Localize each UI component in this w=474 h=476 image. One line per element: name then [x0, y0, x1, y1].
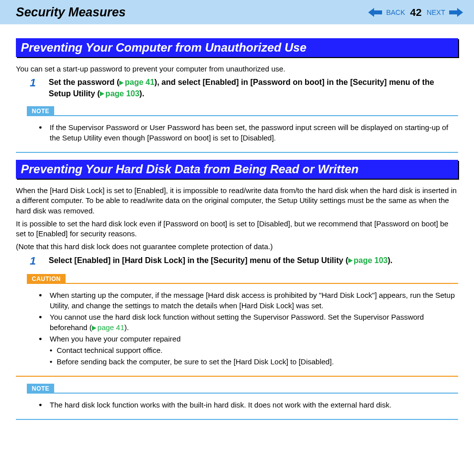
section2-intro1: When the [Hard Disk Lock] is set to [Ena…	[16, 186, 458, 216]
section1-note: NOTE If the Supervisor Password or User …	[16, 106, 458, 153]
xref-page-103[interactable]: page 103	[348, 256, 388, 265]
note-rule	[54, 393, 458, 394]
note-item: The hard disk lock function works with t…	[50, 400, 456, 410]
step-text-a: Select [Enabled] in [Hard Disk Lock] in …	[49, 256, 348, 265]
note-rule-end	[16, 152, 458, 153]
xref-page-41[interactable]: page 41	[92, 323, 124, 332]
section2-step1: 1 Select [Enabled] in [Hard Disk Lock] i…	[30, 255, 458, 267]
content-area: Preventing Your Computer from Unauthoriz…	[0, 25, 474, 440]
svg-marker-1	[449, 8, 463, 17]
section2-note: NOTE The hard disk lock function works w…	[16, 384, 458, 420]
svg-marker-0	[368, 8, 382, 17]
section2-intro2: It is possible to set the hard disk lock…	[16, 219, 458, 239]
caution-item-2: You cannot use the hard disk lock functi…	[50, 312, 456, 333]
note-label: NOTE	[27, 384, 54, 394]
note-label: NOTE	[27, 106, 54, 116]
step-body: Select [Enabled] in [Hard Disk Lock] in …	[49, 255, 458, 266]
page-title: Security Measures	[16, 5, 126, 19]
page-nav: BACK 42 NEXT	[368, 6, 463, 18]
section-heading-unauthorized-use: Preventing Your Computer from Unauthoriz…	[16, 38, 458, 57]
xref-page-41[interactable]: page 41	[119, 78, 155, 86]
section1-step1: 1 Set the password (page 41), and select…	[30, 77, 458, 99]
next-arrow-icon[interactable]	[449, 8, 463, 17]
step-number: 1	[30, 77, 39, 89]
page-number: 42	[410, 6, 421, 18]
caution-item-1: When starting up the computer, if the me…	[50, 290, 456, 311]
caution-sub-2: Before sending back the computer, be sur…	[50, 356, 456, 367]
step-text-c: ).	[140, 89, 145, 98]
top-bar: Security Measures BACK 42 NEXT	[0, 0, 474, 25]
section-heading-hard-disk: Preventing Your Hard Disk Data from Bein…	[16, 160, 458, 179]
xref-arrow-icon	[92, 326, 96, 331]
step-text-a: Set the password (	[49, 78, 119, 86]
section2-intro3: (Note that this hard disk lock does not …	[16, 242, 458, 252]
caution-item-3: When you have your computer repaired Con…	[50, 334, 456, 367]
section1-intro: You can set a start-up password to preve…	[16, 64, 458, 74]
back-link[interactable]: BACK	[386, 8, 405, 16]
next-link[interactable]: NEXT	[427, 8, 445, 16]
note-item: If the Supervisor Password or User Passw…	[50, 122, 456, 143]
caution-label: CAUTION	[27, 274, 66, 284]
section2-caution: CAUTION When starting up the computer, i…	[16, 274, 458, 377]
note-rule-end	[16, 419, 458, 420]
step-body: Set the password (page 41), and select […	[49, 77, 458, 99]
back-arrow-icon[interactable]	[368, 8, 382, 17]
xref-page-103[interactable]: page 103	[100, 89, 139, 98]
caution-sub-1: Contact technical support office.	[50, 345, 456, 355]
note-rule	[54, 115, 458, 116]
step-number: 1	[30, 255, 39, 267]
xref-arrow-icon	[348, 258, 353, 263]
xref-arrow-icon	[100, 91, 104, 96]
step-text-b: ).	[388, 256, 393, 265]
xref-arrow-icon	[119, 80, 124, 85]
caution-rule-end	[16, 376, 458, 377]
caution-rule	[66, 283, 458, 284]
